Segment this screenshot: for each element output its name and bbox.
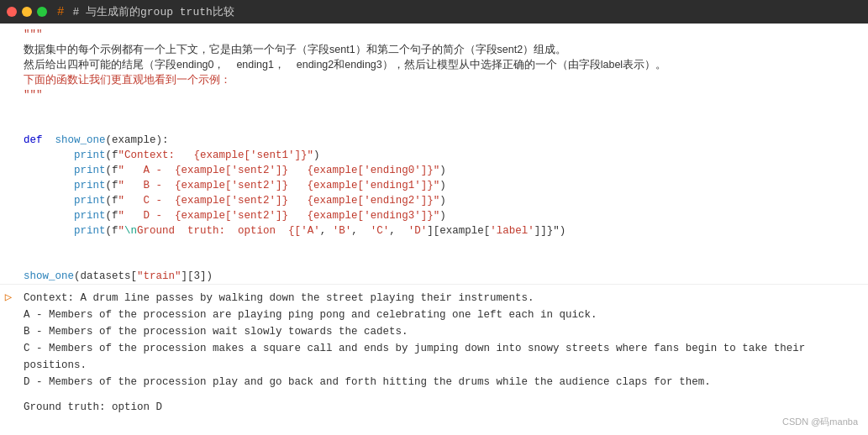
print-d: print(f" D - {example['sent2']} {example… bbox=[24, 208, 861, 223]
comment-cell: """ 数据集中的每个示例都有一个上下文，它是由第一个句子（字段sent1）和第… bbox=[0, 24, 868, 284]
footer-label: CSDN @码manba bbox=[782, 417, 858, 427]
cell-left-indicator bbox=[0, 24, 17, 284]
print-c: print(f" C - {example['sent2']} {example… bbox=[24, 193, 861, 208]
comment-code: """ 数据集中的每个示例都有一个上下文，它是由第一个句子（字段sent1）和第… bbox=[17, 24, 868, 284]
maximize-circle bbox=[37, 7, 47, 17]
minimize-circle bbox=[22, 7, 32, 17]
output-b-line: B - Members of the procession wait slowl… bbox=[24, 323, 861, 340]
output-ground-truth: Ground truth: option D bbox=[24, 399, 861, 416]
output-indicator: ▷ bbox=[0, 285, 17, 421]
top-bar: # # 与生成前的group truth比较 bbox=[0, 0, 868, 24]
print-a: print(f" A - {example['sent2']} {example… bbox=[24, 163, 861, 178]
call-line: show_one(datasets["train"][3]) bbox=[24, 269, 861, 284]
output-section: ▷ Context: A drum line passes by walking… bbox=[0, 284, 868, 421]
print-context: print(f"Context: {example['sent1']}") bbox=[24, 148, 861, 163]
comment-line-0: """ bbox=[24, 27, 861, 42]
top-bar-title: # 与生成前的group truth比较 bbox=[72, 4, 234, 19]
comment-line-1: 数据集中的每个示例都有一个上下文，它是由第一个句子（字段sent1）和第二个句子… bbox=[24, 42, 861, 57]
output-a-line: A - Members of the procession are playin… bbox=[24, 307, 861, 323]
hash-icon: # bbox=[57, 5, 64, 18]
output-d-line: D - Members of the procession play and g… bbox=[24, 374, 861, 390]
print-ground: print(f"\nGround truth: option {['A', 'B… bbox=[24, 223, 861, 238]
footer: CSDN @码manba bbox=[782, 416, 858, 428]
output-c-line: C - Members of the procession makes a sq… bbox=[24, 340, 861, 374]
output-context-line: Context: A drum line passes by walking d… bbox=[24, 290, 861, 307]
def-line: def show_one(example): bbox=[24, 133, 861, 148]
close-circle bbox=[7, 7, 17, 17]
output-spacer bbox=[24, 390, 861, 399]
output-arrow-icon: ▷ bbox=[5, 290, 12, 304]
comment-line-3: 下面的函数让我们更直观地看到一个示例： bbox=[24, 72, 861, 87]
output-content: Context: A drum line passes by walking d… bbox=[17, 285, 868, 421]
comment-line-2: 然后给出四种可能的结尾（字段ending0， ending1， ending2和… bbox=[24, 57, 861, 72]
comment-line-4: """ bbox=[24, 87, 861, 102]
page: # # 与生成前的group truth比较 """ 数据集中的每个示例都有一个… bbox=[0, 0, 868, 435]
print-b: print(f" B - {example['sent2']} {example… bbox=[24, 178, 861, 193]
